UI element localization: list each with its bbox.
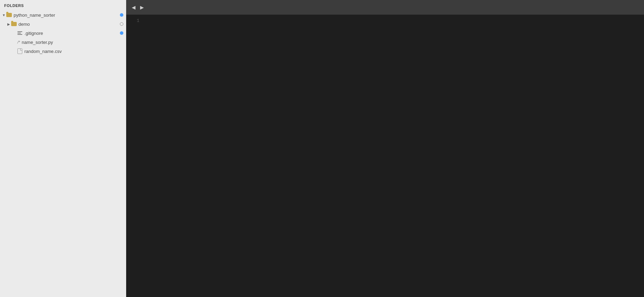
badge-python-name-sorter (120, 13, 123, 17)
sidebar-header: FOLDERS (0, 0, 126, 10)
badge-demo (120, 22, 123, 26)
badge-gitignore (120, 31, 123, 35)
code-area[interactable] (144, 15, 644, 297)
tree-item-gitignore[interactable]: .gitignore (0, 29, 126, 38)
file-name-random-name-csv: random_name.csv (24, 49, 123, 54)
file-tree: ▼ python_name_sorter ▶ demo (0, 10, 126, 297)
tree-item-python-name-sorter[interactable]: ▼ python_name_sorter (0, 10, 126, 19)
gitignore-icon (17, 31, 22, 35)
expand-arrow-demo: ▶ (6, 22, 11, 26)
tree-item-demo[interactable]: ▶ demo (0, 19, 126, 29)
toolbar-nav-buttons: ◀ ▶ (130, 3, 146, 11)
line-number-1: 1 (126, 17, 139, 25)
sidebar: FOLDERS ▼ python_name_sorter ▶ demo (0, 0, 126, 297)
file-name-python-name-sorter: python_name_sorter (14, 13, 118, 18)
csv-file-icon (17, 48, 22, 54)
python-file-icon: /* (17, 40, 20, 44)
folder-icon-demo (11, 22, 17, 26)
editor-toolbar: ◀ ▶ (126, 0, 644, 15)
forward-button[interactable]: ▶ (138, 3, 146, 11)
tree-item-name-sorter-py[interactable]: /* name_sorter.py (0, 38, 126, 47)
file-name-gitignore: .gitignore (24, 31, 118, 36)
editor-area: ◀ ▶ 1 (126, 0, 644, 297)
folder-icon-python-name-sorter (6, 13, 12, 17)
line-numbers: 1 (126, 15, 144, 297)
file-name-demo: demo (18, 22, 118, 27)
editor-content: 1 (126, 15, 644, 297)
file-name-name-sorter-py: name_sorter.py (22, 40, 123, 45)
back-button[interactable]: ◀ (130, 3, 137, 11)
tree-item-random-name-csv[interactable]: random_name.csv (0, 47, 126, 56)
expand-arrow-python-name-sorter: ▼ (1, 13, 6, 17)
